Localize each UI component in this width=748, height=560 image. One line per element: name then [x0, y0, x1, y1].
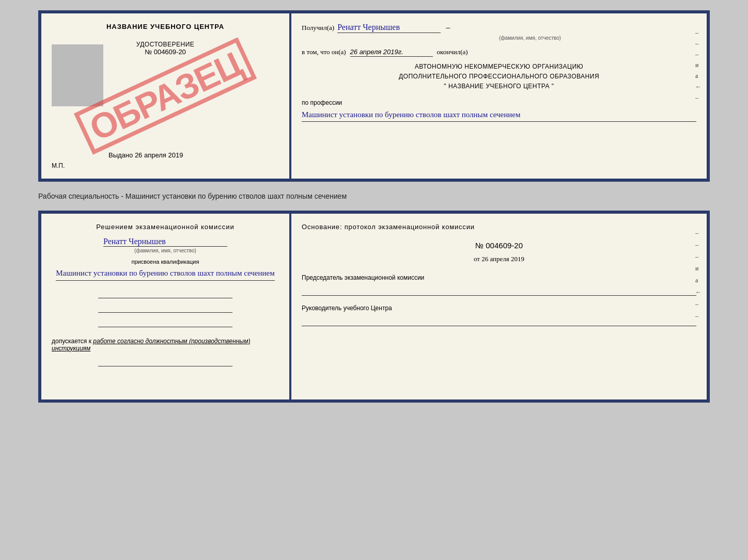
- resheniyem-title: Решением экзаменационной комиссии: [96, 223, 235, 231]
- prisvoena-label: присвоена квалификация: [132, 259, 199, 265]
- right-dashes-top: – – – и а ← –: [695, 29, 702, 102]
- sig-line-1: [98, 288, 232, 298]
- vtom-label: в том, что он(а): [302, 48, 346, 56]
- vtom-date: 26 апреля 2019г.: [350, 48, 433, 57]
- kvalifia-wrap: Машинист установки по бурению стволов ша…: [56, 267, 274, 281]
- predsedatel-sig-line: [302, 285, 696, 296]
- signature-lines: [98, 288, 232, 331]
- bottom-document: Решением экзаменационной комиссии Ренатт…: [38, 211, 710, 403]
- predsedatel-label: Председатель экзаменационной комиссии: [302, 274, 696, 282]
- org-line3: " НАЗВАНИЕ УЧЕБНОГО ЦЕНТРА ": [302, 82, 696, 91]
- ot-date: 26 апреля 2019: [481, 255, 524, 263]
- udostoverenie-block: УДОСТОВЕРЕНИЕ № 004609-20: [136, 41, 195, 56]
- dash-separator: –: [444, 23, 450, 32]
- profession-top: Машинист установки по бурению стволов ша…: [302, 108, 696, 122]
- mp-label: М.П.: [52, 162, 65, 169]
- fio-hint-bottom: (фамилия, имя, отчество): [134, 248, 196, 253]
- rukovoditell-sig-line: [302, 316, 696, 326]
- top-left-panel: НАЗВАНИЕ УЧЕБНОГО ЦЕНТРА УДОСТОВЕРЕНИЕ №…: [41, 13, 289, 179]
- udostoverenie-label: УДОСТОВЕРЕНИЕ: [136, 41, 195, 48]
- right-dashes-bottom: – – – и а ← – –: [695, 229, 702, 320]
- ot-date-row: от 26 апреля 2019: [302, 255, 696, 263]
- top-left-title: НАЗВАНИЕ УЧЕБНОГО ЦЕНТРА: [106, 23, 224, 30]
- vibrano-date: 26 апреля 2019: [135, 151, 183, 159]
- person-name-bottom-wrap: Ренатт Чернышев: [103, 237, 227, 248]
- sig-line-2: [98, 302, 232, 313]
- poluchil-row: Получил(а) Ренатт Чернышев –: [302, 23, 696, 33]
- specialty-label: Рабочая специальность - Машинист установ…: [38, 190, 710, 202]
- ot-label: от: [474, 255, 480, 263]
- certificate-number: № 004609-20: [136, 48, 195, 56]
- org-line1: АВТОНОМНУЮ НЕКОММЕРЧЕСКУЮ ОРГАНИЗАЦИЮ: [302, 62, 696, 72]
- sig-line-3: [98, 317, 232, 327]
- po-professii-label: по профессии: [302, 99, 696, 106]
- bottom-left-panel: Решением экзаменационной комиссии Ренатт…: [41, 214, 289, 399]
- person-name-bottom: Ренатт Чернышев: [103, 237, 227, 247]
- kvalifia-name: Машинист установки по бурению стволов ша…: [56, 267, 274, 281]
- protocol-number-bottom: № 004609-20: [302, 241, 696, 250]
- top-right-panel: Получил(а) Ренатт Чернышев – (фамилия, и…: [291, 13, 707, 179]
- photo-placeholder: [52, 44, 103, 106]
- dopusk-prefix: допускается к: [52, 338, 91, 345]
- profession-name-top: Машинист установки по бурению стволов ша…: [302, 108, 696, 122]
- osnovanie-title: Основание: протокол экзаменационной коми…: [302, 223, 696, 231]
- org-line2: ДОПОЛНИТЕЛЬНОГО ПРОФЕССИОНАЛЬНОГО ОБРАЗО…: [302, 72, 696, 82]
- okonchil-label: окончил(а): [437, 48, 468, 56]
- poluchil-label: Получил(а): [302, 24, 334, 32]
- sig-line-bottom: [98, 356, 232, 366]
- bottom-right-panel: Основание: протокол экзаменационной коми…: [291, 214, 707, 399]
- vtom-row: в том, что он(а) 26 апреля 2019г. окончи…: [302, 48, 696, 57]
- vibrano-label: Выдано: [108, 151, 133, 159]
- recipient-name: Ренатт Чернышев: [337, 23, 441, 33]
- dopuskaetsya-row: допускается к работе согласно должностны…: [52, 338, 279, 352]
- vibrano-row: Выдано 26 апреля 2019: [52, 151, 183, 159]
- top-document: НАЗВАНИЕ УЧЕБНОГО ЦЕНТРА УДОСТОВЕРЕНИЕ №…: [38, 10, 710, 182]
- org-block: АВТОНОМНУЮ НЕКОММЕРЧЕСКУЮ ОРГАНИЗАЦИЮ ДО…: [302, 62, 696, 92]
- rukovoditell-label: Руководитель учебного Центра: [302, 304, 696, 313]
- fio-hint-top: (фамилия, имя, отчество): [364, 35, 696, 41]
